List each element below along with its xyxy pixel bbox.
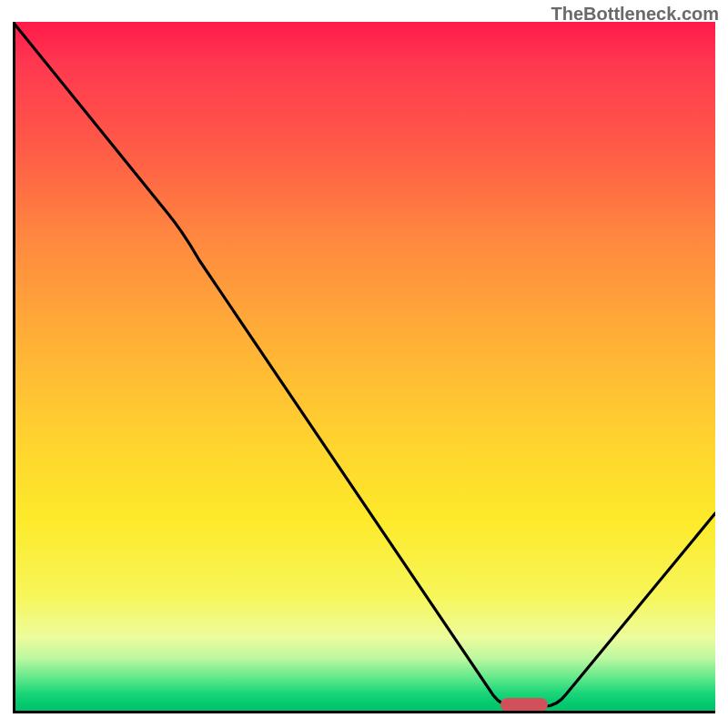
optimal-range-marker bbox=[500, 698, 548, 712]
watermark-text: TheBottleneck.com bbox=[551, 4, 719, 25]
curve-path bbox=[13, 22, 715, 706]
bottleneck-curve bbox=[13, 22, 715, 713]
